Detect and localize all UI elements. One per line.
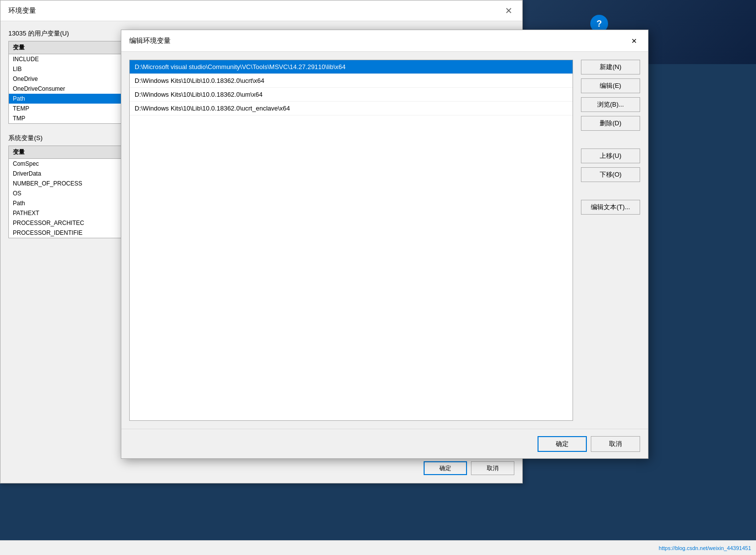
- edit-button[interactable]: 编辑(E): [581, 78, 640, 93]
- list-item[interactable]: OneDrive: [9, 74, 126, 84]
- list-item[interactable]: Path: [9, 94, 126, 104]
- bg-bottom-buttons: 确定 取消: [424, 461, 514, 475]
- status-bar: https://blog.csdn.net/weixin_44391451: [0, 540, 756, 555]
- edit-cancel-button[interactable]: 取消: [591, 436, 640, 452]
- edit-dialog-title: 编辑环境变量: [129, 37, 171, 45]
- list-item[interactable]: Path: [9, 198, 126, 208]
- path-list[interactable]: D:\Microsoft visual studio\Community\VC\…: [129, 60, 573, 421]
- path-list-item[interactable]: D:\Windows Kits\10\Lib\10.0.18362.0\ucrt…: [130, 102, 573, 115]
- user-var-table-header: 变量: [9, 41, 126, 54]
- new-button[interactable]: 新建(N): [581, 60, 640, 74]
- list-item[interactable]: OS: [9, 188, 126, 198]
- bg-dialog-title: 环境变量: [8, 6, 36, 15]
- edit-text-button[interactable]: 编辑文本(T)...: [581, 200, 640, 215]
- bg-cancel-button[interactable]: 取消: [471, 461, 514, 475]
- bg-ok-button[interactable]: 确定: [424, 461, 467, 475]
- help-icon: ?: [597, 19, 602, 29]
- edit-close-button[interactable]: ✕: [628, 36, 640, 46]
- list-item[interactable]: TMP: [9, 113, 126, 123]
- move-up-button[interactable]: 上移(U): [581, 148, 640, 163]
- bg-close-button[interactable]: ✕: [503, 5, 514, 16]
- list-item[interactable]: NUMBER_OF_PROCESS: [9, 179, 126, 188]
- bg-title-bar: 环境变量 ✕: [0, 0, 522, 21]
- list-item[interactable]: ComSpec: [9, 159, 126, 169]
- path-list-item[interactable]: D:\Windows Kits\10\Lib\10.0.18362.0\um\x…: [130, 88, 573, 102]
- list-item[interactable]: DriverData: [9, 169, 126, 179]
- edit-env-dialog: 编辑环境变量 ✕ D:\Microsoft visual studio\Comm…: [121, 30, 648, 459]
- system-var-table: 变量 ComSpec DriverData NUMBER_OF_PROCESS …: [8, 146, 127, 238]
- edit-right-buttons: 新建(N) 编辑(E) 浏览(B)... 删除(D) 上移(U) 下移(O) 编…: [581, 60, 640, 421]
- edit-ok-button[interactable]: 确定: [538, 436, 587, 452]
- edit-dialog-body: D:\Microsoft visual studio\Community\VC\…: [121, 52, 648, 429]
- list-item[interactable]: PROCESSOR_IDENTIFIE: [9, 228, 126, 238]
- button-spacer2: [581, 186, 640, 196]
- list-item[interactable]: TEMP: [9, 104, 126, 113]
- system-var-table-header: 变量: [9, 146, 126, 159]
- browse-button[interactable]: 浏览(B)...: [581, 97, 640, 112]
- move-down-button[interactable]: 下移(O): [581, 167, 640, 182]
- list-item[interactable]: INCLUDE: [9, 54, 126, 64]
- list-item[interactable]: PROCESSOR_ARCHITEC: [9, 218, 126, 228]
- delete-button[interactable]: 删除(D): [581, 116, 640, 131]
- path-list-item[interactable]: D:\Windows Kits\10\Lib\10.0.18362.0\ucrt…: [130, 74, 573, 88]
- edit-bottom-buttons: 确定 取消: [121, 429, 648, 458]
- list-item[interactable]: PATHEXT: [9, 208, 126, 218]
- user-var-table: 变量 INCLUDE LIB OneDrive OneDriveConsumer…: [8, 41, 127, 124]
- button-spacer: [581, 135, 640, 145]
- status-url: https://blog.csdn.net/weixin_44391451: [659, 545, 751, 551]
- list-item[interactable]: LIB: [9, 64, 126, 74]
- path-list-item[interactable]: D:\Microsoft visual studio\Community\VC\…: [130, 60, 573, 74]
- edit-title-bar: 编辑环境变量 ✕: [121, 30, 648, 52]
- list-item[interactable]: OneDriveConsumer: [9, 84, 126, 94]
